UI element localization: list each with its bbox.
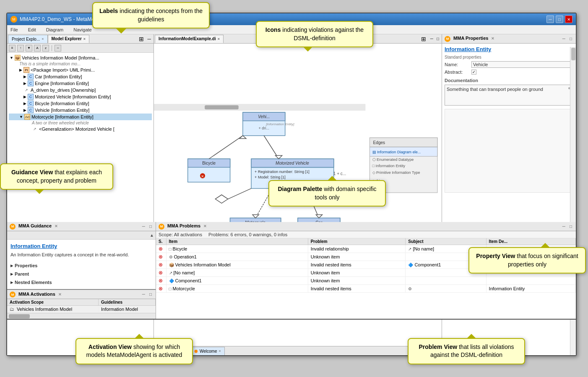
activations-panel-id: ✕	[58, 292, 62, 297]
guidance-scroll-up[interactable]: ▲	[150, 233, 154, 238]
tree-toggle-vehicle[interactable]: ▶	[23, 108, 26, 112]
tree-label-car: Car [Information Entity]	[35, 74, 82, 79]
close-button[interactable]: ✕	[565, 15, 572, 23]
panel-menu-icon[interactable]: ⊞	[137, 36, 146, 42]
tree-toggle-motorcycle[interactable]: ▼	[19, 115, 23, 119]
guidance-description: An Information Entity captures a concept…	[10, 252, 152, 258]
callout-palette: Diagram Palette with domain specific too…	[268, 180, 386, 207]
tree-item-adriven[interactable]: ↗ A_driven by_drives [Ownership]	[9, 87, 152, 93]
activations-maximize[interactable]: □	[148, 292, 153, 297]
tree-item-generalization[interactable]: ↗ <Generalization> Motorized Vehicle [	[9, 126, 152, 132]
tree-item-description[interactable]: This is a simple information mo...	[9, 61, 152, 67]
tree-item-bicycle[interactable]: ▶ C Bicycle [Information Entity]	[9, 100, 152, 107]
toolbar-link[interactable]: ↔	[55, 45, 61, 52]
prop-standard-title: Standard properties	[445, 55, 573, 59]
guidance-panel-title: MMA Guidance	[18, 223, 52, 228]
properties-maximize[interactable]: □	[568, 36, 573, 41]
tree-label-motorized: Motorized Vehicle [Information Entity]	[35, 94, 111, 99]
prop-doc-container: Something that can transport people on g…	[445, 85, 573, 106]
problems-maximize[interactable]: □	[568, 224, 573, 229]
menu-edit[interactable]: Edit	[26, 27, 38, 33]
tree-toggle-bicycle[interactable]: ▶	[23, 101, 26, 106]
tab-model-close[interactable]: ×	[83, 37, 86, 41]
tree-icon-arrow-adriven: ↗	[23, 87, 29, 93]
problem-desc-comp1: Unknown item	[308, 277, 406, 285]
tab-diagram[interactable]: InformationModelExample.di ×	[155, 35, 224, 43]
guidance-minimize[interactable]: ─	[141, 224, 146, 229]
activations-panel-header: M MMA Activations ✕ ─ □	[7, 290, 156, 299]
problem-row-motorcycle[interactable]: ⊗ □ Motorcycle Invalid nested items ⚙ In…	[156, 285, 576, 293]
svg-text:Bicycle: Bicycle	[202, 161, 216, 165]
subject-icon-moto: ⚙	[408, 287, 412, 291]
tree-toggle-car[interactable]: ▶	[23, 75, 26, 79]
toolbar-sort-z[interactable]: z	[42, 45, 49, 52]
prop-abstract-checkbox[interactable]: ✓	[471, 70, 476, 75]
tab-project-explorer[interactable]: Project Explo... ×	[8, 35, 48, 43]
activation-row[interactable]: 🗂 Vehicles Information Model Information…	[7, 306, 156, 313]
prop-name-value[interactable]: Vehicle	[471, 61, 573, 68]
activations-panel: M MMA Activations ✕ ─ □ Activation Scope…	[7, 289, 156, 319]
scrollbar-thumb[interactable]	[571, 48, 575, 60]
guidance-entity-link[interactable]: Information Entity	[10, 243, 152, 249]
callout-guidance-bold: Guidance View	[11, 169, 53, 176]
activations-scroll-thumb[interactable]	[9, 314, 30, 318]
tab-project-close[interactable]: ×	[42, 37, 44, 41]
diagram-panel-max[interactable]: □	[435, 36, 441, 41]
tab-welcome-close[interactable]: ×	[219, 349, 221, 353]
problem-desc-noname: Unknown item	[308, 269, 406, 277]
tree-item-package-import[interactable]: ▶ PI <Package Import> UML Primi...	[9, 67, 152, 73]
tree-toggle-import[interactable]: ▶	[19, 68, 22, 72]
tree-label-engine: Engine [Information Entity]	[35, 81, 89, 86]
activations-controls: ─ □	[141, 292, 153, 297]
problems-scope-text: Scope: All activations	[159, 232, 202, 237]
properties-minimize[interactable]: ─	[561, 36, 567, 41]
diagram-panel-min[interactable]: ─	[429, 36, 435, 41]
properties-panel-controls: ─ □	[561, 36, 573, 41]
problems-controls: ─ □	[561, 224, 573, 229]
tree-item-engine[interactable]: ▶ C Engine [Information Entity]	[9, 80, 152, 87]
callout-activation-arrow	[134, 329, 144, 339]
diagram-panel-menu[interactable]: ⊞	[419, 36, 429, 42]
tree-toggle-motorized[interactable]: ▶	[23, 95, 26, 99]
maximize-button[interactable]: □	[556, 15, 563, 23]
prop-doc-text[interactable]: Something that can transport people on g…	[445, 85, 573, 106]
toolbar-collapse-all[interactable]: ≡	[9, 45, 16, 52]
menu-file[interactable]: File	[9, 27, 20, 33]
guidance-section-nested[interactable]: Nested Elements	[10, 279, 152, 286]
prop-name-row: Name: Vehicle	[445, 61, 573, 68]
activations-header-left: M MMA Activations ✕	[10, 292, 62, 298]
tree-label-import: <Package Import> UML Primi...	[31, 67, 95, 72]
tree-label-moto-desc: A two or three wheeled vehicle	[32, 121, 89, 125]
svg-text:Edges: Edges	[373, 140, 385, 145]
toolbar-expand[interactable]: ↑	[17, 45, 24, 52]
tree-item-vehicles-info-model[interactable]: ▼ 📦 Vehicles Information Model [Informa.…	[9, 54, 152, 61]
problems-panel-header: M MMA Problems ✕ ─ □	[156, 222, 576, 231]
diagram-tab-close[interactable]: ×	[218, 37, 220, 41]
guidance-section-parent[interactable]: Parent	[10, 271, 152, 277]
tree-item-car[interactable]: ▶ C Car [Information Entity]	[9, 73, 152, 80]
guidance-section-properties[interactable]: Properties	[10, 262, 152, 269]
tree-item-moto-desc[interactable]: A two or three wheeled vehicle	[9, 120, 152, 126]
toolbar-filter[interactable]: ▼	[26, 45, 32, 52]
guidance-maximize[interactable]: □	[148, 224, 153, 229]
tree-item-motorcycle[interactable]: ▼ ⚠C Motorcycle [Information Entity]	[9, 114, 152, 120]
minimize-button[interactable]: ─	[546, 15, 554, 23]
problem-row-component1[interactable]: ⊗ 🔷 Component1 Unknown item	[156, 277, 576, 285]
tree-toggle-engine[interactable]: ▶	[23, 81, 26, 85]
tree-toggle-vehicles[interactable]: ▼	[10, 56, 13, 60]
tab-model-explorer[interactable]: Model Explorer ×	[48, 35, 90, 43]
menu-navigate[interactable]: Navigate	[72, 27, 93, 33]
problems-minimize[interactable]: ─	[561, 224, 567, 229]
toolbar-sort-alpha[interactable]: A	[34, 45, 41, 52]
item-icon-vim: 📦	[169, 263, 174, 267]
menu-diagram[interactable]: Diagram	[44, 27, 65, 33]
error-icon-vim: ⊗	[159, 262, 163, 268]
tree-item-vehicle[interactable]: ▶ C Vehicle [Information Entity]	[9, 107, 152, 114]
tree-item-motorized[interactable]: ▶ C Motorized Vehicle [Information Entit…	[9, 93, 152, 100]
prop-entity-title[interactable]: Information Entity	[445, 46, 573, 52]
tab-welcome[interactable]: ⬢ Welcome ×	[190, 347, 225, 355]
svg-text:⬡ Enumerated Datatype: ⬡ Enumerated Datatype	[372, 158, 414, 162]
panel-minimize-btn[interactable]: ─	[146, 36, 153, 42]
prop-doc-section: Documentation Something that can transpo…	[445, 78, 573, 106]
activations-minimize[interactable]: ─	[141, 292, 146, 297]
